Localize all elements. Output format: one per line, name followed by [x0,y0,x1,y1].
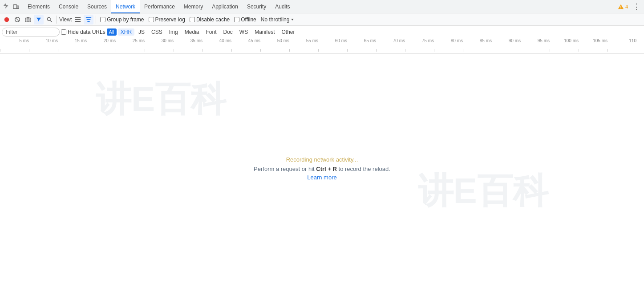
ruler-tick: 40 ms [203,38,231,52]
learn-more-link[interactable]: Learn more [254,174,390,181]
perform-end-text: to record the reload. [339,166,390,172]
svg-rect-10 [75,17,81,18]
perform-text: Perform a request or hit [254,166,315,172]
ruler-tick-label: 50 ms [276,38,289,43]
ruler-tick: 30 ms [145,38,174,52]
ruler-tick-line [231,49,232,52]
svg-rect-14 [87,19,91,20]
preserve-log-checkbox[interactable]: Preserve log [149,16,185,23]
filter-type-ws[interactable]: WS [237,28,251,36]
view-label: View: [59,16,72,23]
ruler-tick-line [463,49,463,52]
ruler-tick-label: 20 ms [102,38,116,43]
svg-rect-11 [75,19,81,20]
filter-all-button[interactable]: All [107,28,117,36]
filter-button[interactable] [34,15,44,24]
tab-audits[interactable]: Audits [271,0,294,13]
more-icon[interactable]: ⋮ [631,2,642,12]
device-icon[interactable] [12,2,20,11]
filter-type-css[interactable]: CSS [149,28,165,36]
tab-memory[interactable]: Memory [179,0,207,13]
ruler-tick: 35 ms [174,38,203,52]
tab-console[interactable]: Console [54,0,83,13]
group-by-frame-input[interactable] [100,17,105,22]
filter-type-xhr[interactable]: XHR [118,28,134,36]
tab-application[interactable]: Application [207,0,243,13]
filter-type-js[interactable]: JS [136,28,147,36]
tab-sources[interactable]: Sources [83,0,111,13]
screenshot-button[interactable] [23,15,33,24]
svg-rect-15 [88,21,90,22]
ruler-tick: 15 ms [58,38,87,52]
warning-badge[interactable]: ! 4 [618,4,628,10]
main-content: 讲E百科 讲E百科 Recording network activity... … [0,54,644,283]
svg-rect-13 [86,17,91,18]
filter-type-doc[interactable]: Doc [220,28,235,36]
center-message: Recording network activity... Perform a … [254,156,390,181]
shortcut-text: Ctrl + R [316,166,337,172]
ruler-tick: 110 [608,38,636,52]
ruler-tick: 100 ms [550,38,579,52]
tab-elements[interactable]: Elements [23,0,54,13]
ruler-tick: 70 ms [376,38,405,52]
clear-button[interactable] [12,15,22,24]
hide-data-urls-checkbox[interactable]: Hide data URLs [61,29,105,35]
filter-input[interactable] [2,28,60,36]
group-by-frame-checkbox[interactable]: Group by frame [100,16,144,23]
list-view-button[interactable] [73,15,83,24]
record-button[interactable] [2,15,12,24]
ruler-tick-line [318,49,319,52]
watermark-2: 讲E百科 [418,167,548,215]
ruler-tick: 20 ms [87,38,116,52]
ruler-tick-line [405,49,405,52]
ruler-tick-line [29,49,29,52]
warning-count: 4 [625,4,628,9]
ruler-tick-line [608,49,608,52]
filter-type-other[interactable]: Other [279,28,298,36]
ruler-tick: 105 ms [579,38,608,52]
search-button[interactable] [45,15,54,24]
ruler-tick-label: 95 ms [536,38,550,43]
ruler-tick-label: 10 ms [45,38,58,43]
disable-cache-input[interactable] [190,17,195,22]
timeline-ruler: 5 ms10 ms15 ms20 ms25 ms30 ms35 ms40 ms4… [0,38,644,54]
offline-input[interactable] [234,17,239,22]
ruler-tick-label: 80 ms [450,38,463,43]
ruler-tick: 75 ms [405,38,434,52]
svg-text:!: ! [620,6,621,9]
ruler-tick: 60 ms [318,38,347,52]
ruler-tick: 55 ms [289,38,318,52]
devtools-tab-bar: Elements Console Sources Network Perform… [0,0,644,13]
filter-type-manifest[interactable]: Manifest [252,28,277,36]
svg-point-8 [47,17,50,20]
ruler-tick-line [116,49,116,52]
ruler-tick: 90 ms [492,38,521,52]
ruler-tick-line [347,49,348,52]
ruler-tick-label: 100 ms [563,38,579,43]
ruler-tick-label: 45 ms [247,38,260,43]
timeline-ticks: 5 ms10 ms15 ms20 ms25 ms30 ms35 ms40 ms4… [0,38,636,53]
inspect-icon[interactable] [2,2,11,11]
perform-line: Perform a request or hit Ctrl + R to rec… [254,166,390,172]
recording-line: Recording network activity... [254,156,390,163]
tab-network[interactable]: Network [111,0,140,13]
ruler-tick-label: 40 ms [218,38,231,43]
hide-data-urls-input[interactable] [61,29,66,35]
ruler-tick-label: 30 ms [160,38,174,43]
waterfall-view-button[interactable] [84,15,93,24]
ruler-tick-line [58,49,58,52]
filter-type-img[interactable]: Img [166,28,181,36]
ruler-tick-label: 110 [628,38,636,43]
ruler-tick: 10 ms [29,38,58,52]
offline-checkbox[interactable]: Offline [234,16,256,23]
preserve-log-input[interactable] [149,17,154,22]
ruler-tick-line [550,49,550,52]
throttle-dropdown[interactable]: No throttling [261,16,295,23]
tab-performance[interactable]: Performance [140,0,179,13]
filter-type-media[interactable]: Media [182,28,202,36]
disable-cache-checkbox[interactable]: Disable cache [190,16,230,23]
ruler-tick: 65 ms [347,38,376,52]
ruler-tick-line [434,49,434,52]
filter-type-font[interactable]: Font [203,28,219,36]
tab-security[interactable]: Security [243,0,271,13]
